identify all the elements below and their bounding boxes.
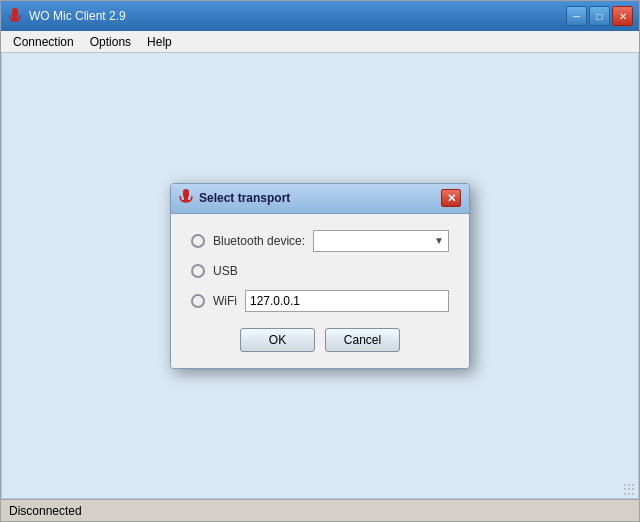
svg-rect-0 <box>12 8 18 17</box>
title-bar: WO Mic Client 2.9 ─ □ ✕ <box>1 1 639 31</box>
menu-connection[interactable]: Connection <box>5 33 82 51</box>
bluetooth-radio[interactable] <box>191 234 205 248</box>
wifi-option: WiFi <box>191 290 449 312</box>
dialog-content: Bluetooth device: ▼ USB WiF <box>171 214 469 368</box>
dialog-title-left: Select transport <box>179 189 290 208</box>
menu-bar: Connection Options Help <box>1 31 639 53</box>
dialog-close-button[interactable]: ✕ <box>441 189 461 207</box>
dialog-title-bar: Select transport ✕ <box>171 184 469 214</box>
dialog-mic-icon <box>179 189 193 208</box>
svg-rect-4 <box>184 197 188 200</box>
usb-radio[interactable] <box>191 264 205 278</box>
status-bar: Disconnected <box>1 499 639 521</box>
status-text: Disconnected <box>9 504 82 518</box>
maximize-button[interactable]: □ <box>589 6 610 26</box>
dialog-title-text: Select transport <box>199 191 290 205</box>
menu-options[interactable]: Options <box>82 33 139 51</box>
window-title: WO Mic Client 2.9 <box>29 9 126 23</box>
menu-help[interactable]: Help <box>139 33 180 51</box>
svg-rect-3 <box>183 189 189 198</box>
window-close-button[interactable]: ✕ <box>612 6 633 26</box>
bluetooth-option: Bluetooth device: ▼ <box>191 230 449 252</box>
chevron-down-icon: ▼ <box>434 235 444 246</box>
wifi-label: WiFi <box>213 294 237 308</box>
title-bar-left: WO Mic Client 2.9 <box>7 8 126 24</box>
minimize-button[interactable]: ─ <box>566 6 587 26</box>
usb-label: USB <box>213 264 238 278</box>
wifi-radio[interactable] <box>191 294 205 308</box>
select-transport-dialog: Select transport ✕ Bluetooth device: ▼ <box>170 183 470 369</box>
ok-button[interactable]: OK <box>240 328 315 352</box>
wifi-input[interactable] <box>245 290 449 312</box>
cancel-button[interactable]: Cancel <box>325 328 400 352</box>
resize-grip <box>624 484 636 496</box>
main-content: Select transport ✕ Bluetooth device: ▼ <box>1 53 639 499</box>
dialog-buttons: OK Cancel <box>191 328 449 352</box>
usb-option: USB <box>191 264 449 278</box>
bluetooth-dropdown[interactable]: ▼ <box>313 230 449 252</box>
title-bar-buttons: ─ □ ✕ <box>566 6 633 26</box>
dialog-overlay: Select transport ✕ Bluetooth device: ▼ <box>2 53 638 498</box>
bluetooth-label: Bluetooth device: <box>213 234 305 248</box>
app-icon <box>7 8 23 24</box>
main-window: WO Mic Client 2.9 ─ □ ✕ Connection Optio… <box>0 0 640 522</box>
